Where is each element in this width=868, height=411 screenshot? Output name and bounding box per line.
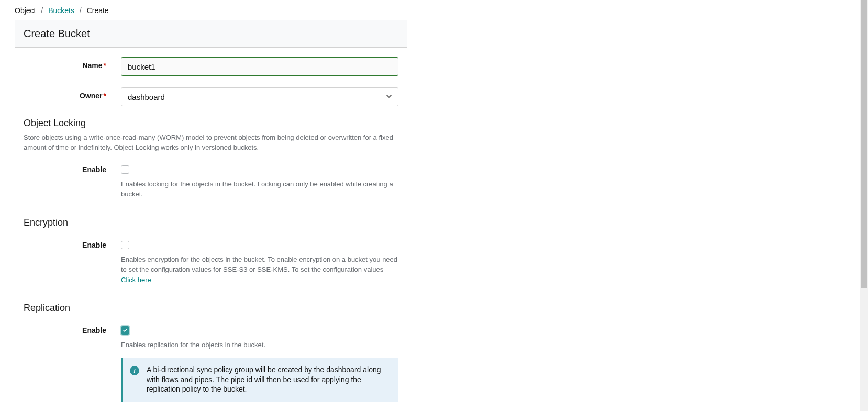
replication-info-text: A bi-directional sync policy group will … <box>147 365 390 395</box>
encryption-enable-checkbox[interactable] <box>121 241 129 249</box>
scrollbar-track[interactable] <box>860 0 868 411</box>
object-locking-enable-label: Enable <box>24 165 121 174</box>
replication-enable-label: Enable <box>24 326 121 335</box>
replication-heading: Replication <box>24 303 398 314</box>
object-locking-desc: Store objects using a write-once-read-ma… <box>24 133 398 153</box>
panel-title: Create Bucket <box>15 20 407 48</box>
breadcrumb-sep: / <box>41 6 43 15</box>
object-locking-enable-checkbox[interactable] <box>121 165 129 174</box>
replication-help: Enables replication for the objects in t… <box>121 340 398 350</box>
name-label-text: Name <box>82 61 102 70</box>
object-locking-help: Enables locking for the objects in the b… <box>121 179 398 199</box>
breadcrumb: Object / Buckets / Create <box>15 6 853 15</box>
owner-select-value: dashboard <box>128 93 165 102</box>
object-locking-heading: Object Locking <box>24 118 398 129</box>
breadcrumb-sep: / <box>80 6 82 15</box>
owner-label: Owner* <box>24 87 121 100</box>
required-asterisk: * <box>104 92 106 100</box>
info-icon: i <box>130 366 139 375</box>
owner-select[interactable]: dashboard <box>121 87 398 106</box>
name-label: Name* <box>24 57 121 70</box>
replication-enable-checkbox[interactable] <box>121 326 129 335</box>
breadcrumb-object[interactable]: Object <box>15 6 36 15</box>
name-input[interactable] <box>121 57 398 76</box>
breadcrumb-create: Create <box>87 6 109 15</box>
encryption-click-here-link[interactable]: Click here <box>121 276 151 284</box>
encryption-enable-label: Enable <box>24 241 121 249</box>
scrollbar-thumb[interactable] <box>861 0 867 288</box>
create-bucket-panel: Create Bucket Name* Owner* <box>15 20 407 411</box>
required-asterisk: * <box>104 61 106 70</box>
encryption-heading: Encryption <box>24 217 398 228</box>
owner-label-text: Owner <box>80 92 103 100</box>
breadcrumb-buckets[interactable]: Buckets <box>48 6 74 15</box>
replication-info-box: i A bi-directional sync policy group wil… <box>121 358 398 402</box>
encryption-help: Enables encryption for the objects in th… <box>121 254 398 285</box>
encryption-help-text: Enables encryption for the objects in th… <box>121 256 397 274</box>
